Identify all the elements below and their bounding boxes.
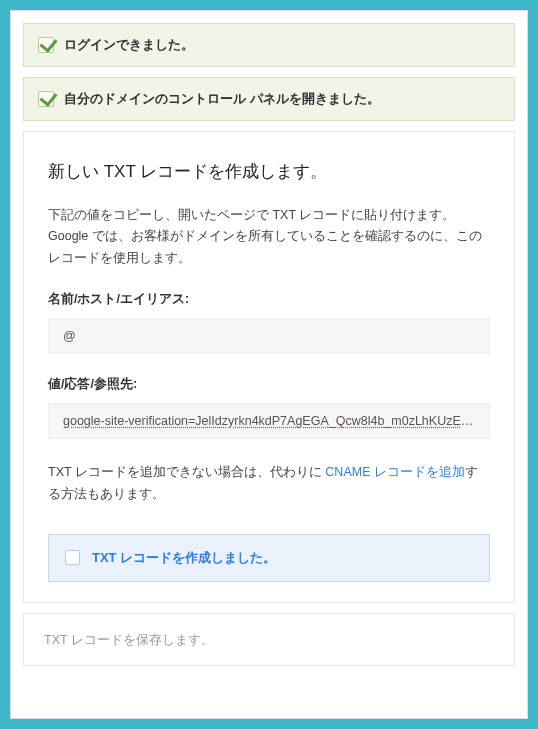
- txt-record-card: 新しい TXT レコードを作成します。 下記の値をコピーし、開いたページで TX…: [23, 131, 515, 603]
- confirm-created-box[interactable]: TXT レコードを作成しました。: [48, 534, 490, 582]
- value-field-label: 値/応答/参照先:: [48, 376, 490, 393]
- card-description: 下記の値をコピーし、開いたページで TXT レコードに貼り付けます。Google…: [48, 205, 490, 269]
- alt-prefix: TXT レコードを追加できない場合は、代わりに: [48, 465, 325, 479]
- value-field-text: google-site-verification=JelIdzyrkn4kdP7…: [63, 414, 487, 428]
- step-panel-done: 自分のドメインのコントロール パネルを開きました。: [23, 77, 515, 121]
- step-login-done: ログインできました。: [23, 23, 515, 67]
- checkbox-icon[interactable]: [65, 550, 80, 565]
- alternative-method-text: TXT レコードを追加できない場合は、代わりに CNAME レコードを追加する方…: [48, 461, 490, 506]
- step-save-pending: TXT レコードを保存します。: [23, 613, 515, 666]
- check-icon: [38, 37, 54, 53]
- cname-link[interactable]: CNAME レコードを追加: [325, 465, 465, 479]
- name-field-label: 名前/ホスト/エイリアス:: [48, 291, 490, 308]
- step-login-label: ログインできました。: [64, 36, 194, 54]
- name-field-value[interactable]: @: [48, 318, 490, 354]
- check-icon: [38, 91, 54, 107]
- wizard-frame: ログインできました。 自分のドメインのコントロール パネルを開きました。 新しい…: [10, 10, 528, 719]
- step-panel-label: 自分のドメインのコントロール パネルを開きました。: [64, 90, 380, 108]
- pending-label: TXT レコードを保存します。: [44, 633, 214, 647]
- card-title: 新しい TXT レコードを作成します。: [48, 160, 490, 183]
- value-field-value[interactable]: google-site-verification=JelIdzyrkn4kdP7…: [48, 403, 490, 439]
- confirm-label: TXT レコードを作成しました。: [92, 549, 276, 567]
